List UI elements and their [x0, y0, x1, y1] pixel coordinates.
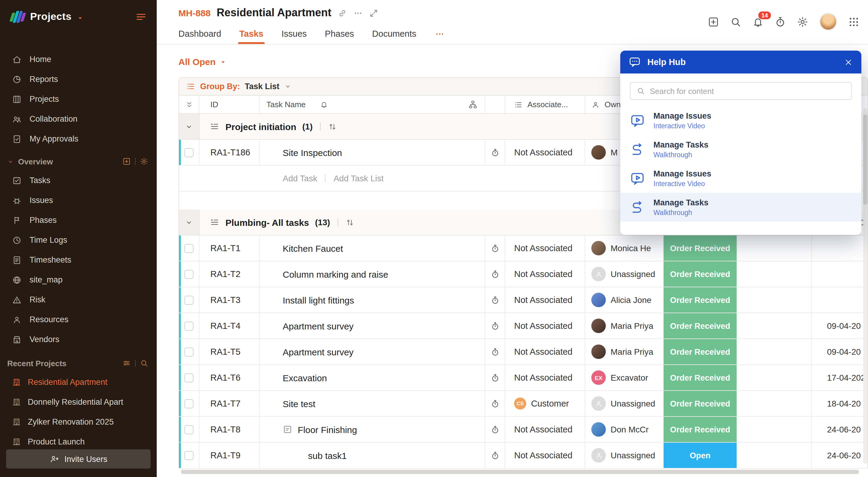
search-icon[interactable] [140, 359, 148, 367]
collapse-all-header[interactable] [179, 96, 199, 113]
help-item-manage-issues[interactable]: Manage IssuesInteractive Video [620, 164, 861, 193]
sidebar-item-my-approvals[interactable]: My Approvals [0, 129, 157, 149]
status-badge[interactable]: Order Received [664, 313, 737, 338]
associated-value[interactable]: Not Associated [514, 450, 572, 460]
row-checkbox[interactable] [184, 321, 193, 330]
task-name[interactable]: Site test [283, 399, 315, 409]
tab-documents[interactable]: Documents [372, 24, 416, 44]
associated-value[interactable]: Not Associated [514, 147, 572, 157]
help-item-manage-tasks[interactable]: Manage TasksWalkthrough [620, 193, 861, 222]
search-icon[interactable] [730, 16, 741, 27]
sidebar-item-resources[interactable]: Resources [0, 310, 157, 330]
table-row[interactable]: RA1-T7 Site test CSCustomer Unassigned O… [179, 391, 867, 417]
sidebar-item-timesheets[interactable]: Timesheets [0, 250, 157, 270]
associated-value[interactable]: Not Associated [514, 347, 572, 356]
timer-icon[interactable] [490, 425, 499, 434]
customize-gear-icon[interactable] [140, 157, 148, 166]
table-row[interactable]: RA1-T3 Install light fittings Not Associ… [179, 287, 867, 313]
task-name[interactable]: Apartment survey [283, 321, 353, 331]
row-checkbox[interactable] [184, 399, 193, 408]
filter-icon[interactable] [122, 359, 131, 367]
timer-icon[interactable] [490, 244, 499, 253]
tab-phases[interactable]: Phases [325, 24, 354, 44]
status-badge[interactable]: Order Received [664, 365, 737, 390]
table-row[interactable]: RA1-T5 Apartment survey Not Associated M… [179, 339, 867, 365]
view-filter-dropdown[interactable]: All Open [179, 57, 226, 67]
table-row[interactable]: RA1-T6 Excavation Not Associated EXExcav… [179, 365, 867, 391]
task-name[interactable]: Floor Finishing [298, 424, 357, 435]
table-row[interactable]: RA1-T1 Kitchen Faucet Not Associated Mon… [179, 236, 867, 261]
timer-icon[interactable] [490, 399, 499, 408]
timer-icon[interactable] [490, 148, 499, 157]
timer-icon[interactable] [775, 16, 786, 27]
sidebar-item-time-logs[interactable]: Time Logs [0, 230, 157, 250]
horizontal-scrollbar[interactable] [181, 470, 859, 474]
sidebar-item-reports[interactable]: Reports [0, 69, 157, 89]
row-checkbox[interactable] [184, 244, 193, 253]
timer-icon[interactable] [490, 270, 499, 278]
help-item-manage-tasks[interactable]: Manage TasksWalkthrough [620, 135, 861, 164]
status-badge[interactable]: Order Received [664, 236, 737, 261]
owner-name[interactable]: Unassigned [611, 399, 655, 408]
help-item-manage-issues[interactable]: Manage IssuesInteractive Video [620, 106, 861, 135]
task-name[interactable]: Excavation [283, 373, 327, 383]
tasklist-name[interactable]: Project initiation [225, 122, 296, 132]
owner-name[interactable]: Don McCr [611, 424, 649, 434]
task-name[interactable]: Apartment survey [283, 347, 353, 357]
status-badge[interactable]: Order Received [664, 261, 737, 287]
hierarchy-icon[interactable] [468, 100, 477, 109]
sidebar-item-collaboration[interactable]: Collaboration [0, 109, 157, 129]
task-name[interactable]: Column marking and raise [283, 269, 388, 279]
user-avatar[interactable] [819, 13, 837, 31]
group-collapse-toggle[interactable] [179, 114, 199, 139]
owner-name[interactable]: M [611, 147, 618, 157]
timer-icon[interactable] [490, 296, 499, 304]
sidebar-collapse-icon[interactable] [135, 11, 147, 23]
row-checkbox[interactable] [184, 425, 193, 434]
sidebar-item-site-map[interactable]: site_map [0, 270, 157, 290]
status-badge[interactable]: Order Received [664, 287, 737, 313]
column-header-task-name[interactable]: Task Name [260, 96, 485, 113]
add-task-list-link[interactable]: Add Task List [334, 173, 384, 183]
recent-project-product-launch[interactable]: Product Launch [0, 432, 157, 452]
owner-name[interactable]: Monica He [611, 243, 651, 253]
recent-project-residential-apartment[interactable]: Residential Apartment [0, 372, 157, 392]
task-name[interactable]: Kitchen Faucet [283, 243, 343, 253]
task-name[interactable]: sub task1 [308, 450, 347, 461]
tab-dashboard[interactable]: Dashboard [179, 24, 221, 44]
sidebar-item-issues[interactable]: Issues [0, 190, 157, 210]
task-name[interactable]: Site Inspection [283, 147, 342, 158]
invite-users-button[interactable]: Invite Users [6, 449, 151, 469]
timer-icon[interactable] [490, 347, 499, 356]
task-name[interactable]: Install light fittings [283, 295, 354, 305]
associated-value[interactable]: Not Associated [514, 295, 572, 305]
vertical-scrollbar-thumb[interactable] [863, 114, 867, 205]
sidebar-item-risk[interactable]: Risk [0, 290, 157, 310]
owner-name[interactable]: Unassigned [611, 269, 655, 279]
status-badge[interactable]: Open [664, 443, 737, 468]
tab-tasks[interactable]: Tasks [239, 24, 264, 44]
timer-icon[interactable] [490, 451, 499, 460]
owner-name[interactable]: Maria Priya [611, 347, 653, 356]
column-header-id[interactable]: ID [199, 96, 260, 113]
sidebar-item-phases[interactable]: Phases [0, 210, 157, 230]
help-search-input[interactable] [650, 87, 845, 96]
recent-project-donnelly[interactable]: Donnelly Residential Apart [0, 392, 157, 412]
sort-icon[interactable] [328, 122, 337, 131]
row-checkbox[interactable] [184, 296, 193, 304]
timer-icon[interactable] [490, 321, 499, 330]
associated-value[interactable]: Not Associated [514, 243, 572, 253]
associated-value[interactable]: Not Associated [514, 269, 572, 279]
add-task-link[interactable]: Add Task [283, 173, 317, 183]
sort-icon[interactable] [345, 218, 354, 227]
row-checkbox[interactable] [184, 373, 193, 382]
status-badge[interactable]: Order Received [664, 417, 737, 442]
tabs-more-icon[interactable] [434, 29, 444, 39]
associated-value[interactable]: Not Associated [514, 321, 572, 331]
row-checkbox[interactable] [184, 347, 193, 356]
apps-grid-icon[interactable] [848, 16, 860, 27]
tasklist-name[interactable]: Plumbing- All tasks [225, 217, 309, 227]
status-badge[interactable]: Order Received [664, 391, 737, 416]
overview-section-header[interactable]: Overview [0, 152, 157, 170]
link-icon[interactable] [337, 8, 347, 18]
